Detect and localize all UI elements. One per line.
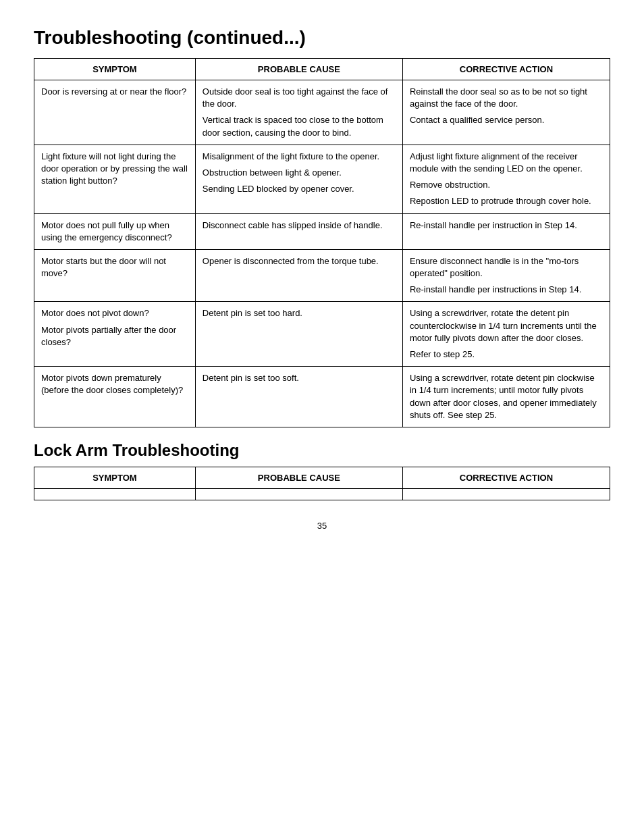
cause-cell: Outside door seal is too tight against t…: [195, 80, 402, 145]
symptom-cell: Light fixture will not light during the …: [34, 145, 196, 213]
table-row: Light fixture will not light during the …: [34, 145, 610, 213]
action-cell: Adjust light fixture alignment of the re…: [402, 145, 610, 213]
lock-arm-table: SYMPTOM PROBABLE CAUSE CORRECTIVE ACTION: [34, 467, 610, 500]
table-row: Motor starts but the door will not move?…: [34, 249, 610, 302]
section2-title: Lock Arm Troubleshooting: [34, 441, 610, 460]
action-cell: Re-install handle per instruction in Ste…: [402, 213, 610, 249]
action-cell: Ensure disconnect handle is in the "mo-t…: [402, 249, 610, 302]
cause-cell: Disconnect cable has slipped inside of h…: [195, 213, 402, 249]
table-row: Motor does not pull fully up when using …: [34, 213, 610, 249]
lock-action-cell: [402, 488, 610, 500]
lock-cause-cell: [195, 488, 402, 500]
action-cell: Reinstall the door seal so as to be not …: [402, 80, 610, 145]
symptom-cell: Motor pivots down prematurely (before th…: [34, 367, 196, 427]
table-row: Motor pivots down prematurely (before th…: [34, 367, 610, 427]
lock-symptom-cell: [34, 488, 196, 500]
table-row: Motor does not pivot down?Motor pivots p…: [34, 302, 610, 367]
table-row: Door is reversing at or near the floor?O…: [34, 80, 610, 145]
lock-cause-header: PROBABLE CAUSE: [195, 467, 402, 488]
symptom-cell: Motor starts but the door will not move?: [34, 249, 196, 302]
symptom-header: SYMPTOM: [34, 59, 196, 80]
cause-header: PROBABLE CAUSE: [195, 59, 402, 80]
symptom-cell: Motor does not pull fully up when using …: [34, 213, 196, 249]
page-number: 35: [34, 521, 610, 531]
symptom-cell: Door is reversing at or near the floor?: [34, 80, 196, 145]
cause-cell: Misalignment of the light fixture to the…: [195, 145, 402, 213]
cause-cell: Opener is disconnected from the torque t…: [195, 249, 402, 302]
troubleshooting-table: SYMPTOM PROBABLE CAUSE CORRECTIVE ACTION…: [34, 58, 610, 427]
action-header: CORRECTIVE ACTION: [402, 59, 610, 80]
action-cell: Using a screwdriver, rotate the detent p…: [402, 302, 610, 367]
action-cell: Using a screwdriver, rotate detent pin c…: [402, 367, 610, 427]
symptom-cell: Motor does not pivot down?Motor pivots p…: [34, 302, 196, 367]
table-row: [34, 488, 610, 500]
cause-cell: Detent pin is set too soft.: [195, 367, 402, 427]
lock-symptom-header: SYMPTOM: [34, 467, 196, 488]
lock-action-header: CORRECTIVE ACTION: [402, 467, 610, 488]
page-title: Troubleshooting (continued...): [34, 27, 610, 49]
cause-cell: Detent pin is set too hard.: [195, 302, 402, 367]
